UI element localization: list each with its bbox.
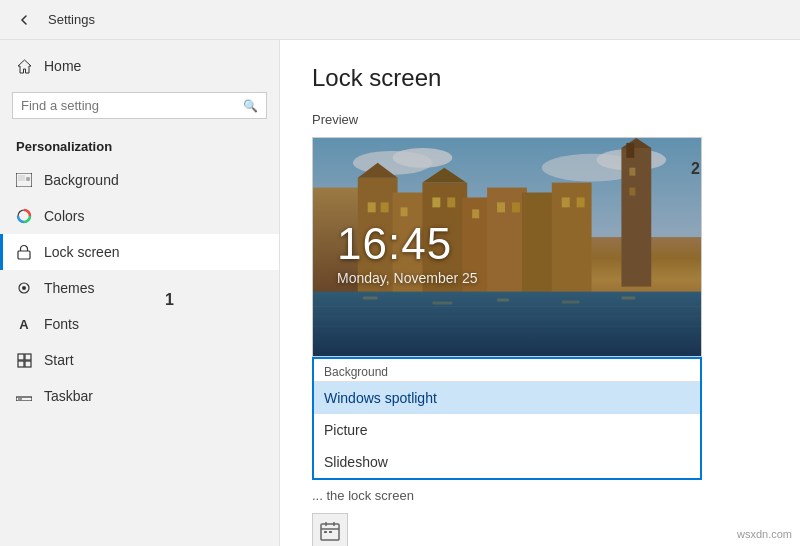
- search-icon: 🔍: [243, 99, 258, 113]
- preview-image: 16:45 Monday, November 25: [312, 137, 702, 357]
- taskbar-icon: [16, 388, 32, 404]
- svg-rect-9: [18, 361, 24, 367]
- sidebar-label-background: Background: [44, 172, 119, 188]
- svg-rect-57: [324, 531, 327, 533]
- search-input[interactable]: [21, 98, 235, 113]
- sidebar: Home 🔍 Personalization Background Colors…: [0, 40, 280, 546]
- sidebar-item-colors[interactable]: Colors: [0, 198, 279, 234]
- svg-rect-1: [18, 175, 25, 181]
- dropdown-option-spotlight[interactable]: Windows spotlight: [314, 382, 700, 414]
- page-title: Lock screen: [312, 64, 768, 92]
- main-layout: Home 🔍 Personalization Background Colors…: [0, 40, 800, 546]
- start-icon: [16, 352, 32, 368]
- home-icon: [16, 58, 32, 74]
- svg-rect-2: [26, 177, 30, 181]
- clock-date: Monday, November 25: [337, 270, 478, 286]
- sidebar-item-lock-screen[interactable]: Lock screen: [0, 234, 279, 270]
- sidebar-item-taskbar[interactable]: Taskbar: [0, 378, 279, 414]
- svg-rect-12: [18, 399, 22, 400]
- sidebar-item-background[interactable]: Background: [0, 162, 279, 198]
- badge-1: 1: [165, 291, 174, 309]
- dropdown-option-picture[interactable]: Picture: [314, 414, 700, 446]
- sidebar-label-themes: Themes: [44, 280, 95, 296]
- sidebar-item-themes[interactable]: Themes: [0, 270, 279, 306]
- colors-icon: [16, 208, 32, 224]
- search-box[interactable]: 🔍: [12, 92, 267, 119]
- badge-2: 2: [691, 160, 700, 178]
- sidebar-label-taskbar: Taskbar: [44, 388, 93, 404]
- sidebar-label-colors: Colors: [44, 208, 84, 224]
- themes-icon: [16, 280, 32, 296]
- clock-time: 16:45: [337, 222, 478, 266]
- sidebar-label-start: Start: [44, 352, 74, 368]
- sidebar-item-fonts[interactable]: A Fonts: [0, 306, 279, 342]
- lock-screen-suffix-text: ... the lock screen: [312, 488, 414, 503]
- fonts-icon: A: [16, 316, 32, 332]
- preview-label: Preview: [312, 112, 768, 127]
- svg-rect-58: [329, 531, 332, 533]
- title-bar: Settings: [0, 0, 800, 40]
- sidebar-home-label: Home: [44, 58, 81, 74]
- sidebar-label-lock-screen: Lock screen: [44, 244, 119, 260]
- sidebar-section-title: Personalization: [0, 127, 279, 162]
- content-area: Lock screen Preview: [280, 40, 800, 546]
- svg-rect-4: [18, 251, 30, 259]
- back-button[interactable]: [12, 8, 36, 32]
- dropdown-label: Background: [314, 359, 700, 382]
- title-bar-title: Settings: [48, 12, 95, 27]
- svg-point-6: [22, 286, 26, 290]
- dropdown-option-slideshow[interactable]: Slideshow: [314, 446, 700, 478]
- sidebar-item-home[interactable]: Home: [0, 48, 279, 84]
- svg-rect-7: [18, 354, 24, 360]
- svg-rect-10: [25, 361, 31, 367]
- background-icon: [16, 172, 32, 188]
- calendar-icon-button[interactable]: [312, 513, 348, 546]
- watermark: wsxdn.com: [737, 528, 792, 540]
- background-dropdown[interactable]: Background Windows spotlight Picture Sli…: [312, 357, 702, 480]
- lock-screen-icon: [16, 244, 32, 260]
- svg-rect-8: [25, 354, 31, 360]
- sidebar-label-fonts: Fonts: [44, 316, 79, 332]
- sidebar-item-start[interactable]: Start: [0, 342, 279, 378]
- preview-clock: 16:45 Monday, November 25: [337, 222, 478, 286]
